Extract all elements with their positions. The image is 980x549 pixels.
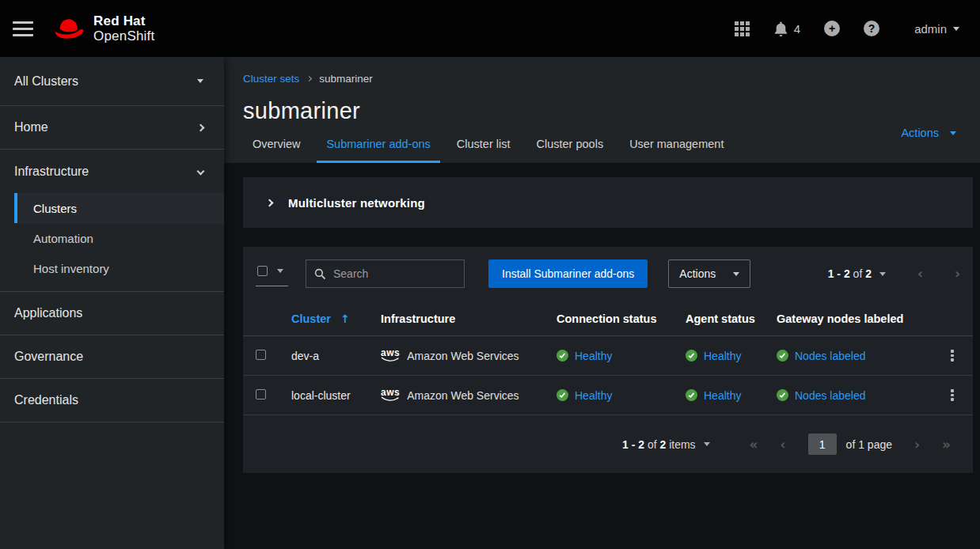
tab-cluster-list[interactable]: Cluster list: [447, 138, 520, 163]
sidebar-item-applications[interactable]: Applications: [0, 292, 224, 335]
tab-cluster-pools[interactable]: Cluster pools: [527, 138, 613, 163]
tab-submariner-add-ons[interactable]: Submariner add-ons: [317, 138, 439, 163]
help-button[interactable]: ?: [864, 21, 879, 36]
tab-overview[interactable]: Overview: [243, 138, 310, 163]
connection-status-link[interactable]: Healthy: [575, 389, 612, 402]
sidebar: All Clusters Home Infrastructure Cluster…: [0, 57, 224, 549]
check-circle-icon: [686, 389, 697, 401]
sidebar-item-infrastructure[interactable]: Infrastructure: [0, 150, 224, 193]
tab-user-management[interactable]: User management: [620, 138, 733, 163]
content-area: Multicluster networking: [224, 163, 980, 549]
user-menu-dropdown[interactable]: admin: [914, 22, 959, 36]
connection-status-link[interactable]: Healthy: [575, 350, 612, 362]
connection-status-cell: Healthy: [556, 350, 686, 362]
current-page-input[interactable]: [808, 434, 837, 455]
row-kebab-menu[interactable]: [938, 384, 967, 406]
brand-logo: Red Hat OpenShift: [52, 13, 154, 44]
check-circle-icon: [556, 350, 568, 362]
page-header: Cluster sets submariner submariner Overv…: [224, 57, 980, 163]
table-row: dev-a aws Amazon Web Services Healthy: [243, 336, 973, 376]
masthead: Red Hat OpenShift 4 + ? admin: [0, 0, 980, 57]
pagination-options-toggle[interactable]: [879, 272, 886, 276]
pagination-top: 1 - 2 of 2 ‹ ›: [828, 266, 960, 282]
install-submariner-button[interactable]: Install Submariner add-ons: [488, 259, 648, 288]
cluster-name: local-cluster: [291, 389, 381, 402]
redhat-fedora-icon: [52, 16, 85, 41]
plus-circle-icon: +: [824, 21, 840, 36]
column-header-gateway-nodes: Gateway nodes labeled: [777, 312, 932, 325]
breadcrumb-current: submariner: [319, 73, 373, 85]
column-header-cluster[interactable]: Cluster ↑: [291, 312, 381, 325]
pagination-range: 1 - 2: [828, 267, 850, 280]
bulk-select-checkbox[interactable]: [257, 266, 268, 276]
gateway-nodes-cell: Nodes labeled: [777, 389, 932, 402]
aws-icon: aws: [381, 388, 400, 402]
page-actions-dropdown[interactable]: Actions: [901, 127, 956, 139]
bulk-select-dropdown[interactable]: [256, 261, 288, 286]
main-area: Cluster sets submariner submariner Overv…: [224, 57, 980, 549]
sidebar-item-automation[interactable]: Automation: [14, 223, 224, 253]
cluster-name: dev-a: [291, 350, 381, 362]
sidebar-item-label: Home: [14, 120, 48, 134]
table-row: local-cluster aws Amazon Web Services He…: [243, 376, 973, 415]
brand-product: OpenShift: [93, 28, 154, 44]
check-circle-icon: [777, 389, 788, 401]
of-pages-label: of 1 page: [846, 438, 892, 451]
caret-down-icon: [277, 269, 283, 273]
search-input[interactable]: [333, 267, 456, 280]
breadcrumb-link-cluster-sets[interactable]: Cluster sets: [243, 73, 299, 85]
create-resource-button[interactable]: +: [824, 21, 840, 36]
tab-bar: Overview Submariner add-ons Cluster list…: [243, 138, 959, 163]
brand-name: Red Hat: [93, 13, 154, 28]
prev-page-icon[interactable]: ‹: [781, 437, 786, 452]
agent-status-link[interactable]: Healthy: [704, 350, 741, 362]
sidebar-item-host-inventory[interactable]: Host inventory: [14, 253, 224, 283]
last-page-icon[interactable]: »: [942, 437, 951, 452]
next-page-icon[interactable]: ›: [955, 266, 960, 282]
gateway-nodes-link[interactable]: Nodes labeled: [795, 350, 866, 362]
agent-status-link[interactable]: Healthy: [704, 389, 741, 402]
sidebar-item-label: Clusters: [33, 202, 77, 215]
sidebar-item-label: Governance: [14, 350, 83, 364]
agent-status-cell: Healthy: [686, 389, 777, 402]
prev-page-icon[interactable]: ‹: [917, 266, 923, 282]
sidebar-item-governance[interactable]: Governance: [0, 335, 224, 379]
gateway-nodes-link[interactable]: Nodes labeled: [795, 389, 866, 402]
next-page-icon[interactable]: ›: [914, 437, 920, 452]
notification-count: 4: [794, 22, 800, 36]
breadcrumb-separator-icon: [306, 76, 312, 81]
multicluster-networking-expandable[interactable]: Multicluster networking: [243, 177, 973, 228]
row-checkbox[interactable]: [256, 350, 266, 360]
pagination-items-word: items: [669, 438, 695, 451]
submariner-addons-table-card: Install Submariner add-ons Actions 1 - 2…: [243, 247, 973, 473]
nav-toggle-hamburger-icon[interactable]: [13, 21, 33, 36]
search-field: [306, 259, 465, 288]
notifications-button[interactable]: 4: [773, 21, 800, 36]
gateway-nodes-cell: Nodes labeled: [777, 350, 932, 362]
infrastructure-cell: aws Amazon Web Services: [381, 349, 556, 362]
page-actions-label: Actions: [901, 127, 939, 139]
row-kebab-menu[interactable]: [938, 345, 967, 366]
sidebar-item-label: Host inventory: [33, 262, 109, 275]
infrastructure-name: Amazon Web Services: [407, 389, 518, 402]
pagination-of: of: [853, 267, 863, 280]
question-circle-icon: ?: [864, 21, 879, 36]
infrastructure-cell: aws Amazon Web Services: [381, 388, 556, 402]
table-actions-dropdown[interactable]: Actions: [668, 259, 750, 288]
row-checkbox[interactable]: [256, 389, 266, 399]
first-page-icon[interactable]: «: [750, 437, 758, 452]
sidebar-item-home[interactable]: Home: [0, 106, 224, 150]
chevron-right-icon: [266, 199, 274, 206]
aws-icon: aws: [381, 349, 400, 362]
pagination-bottom: 1 - 2 of 2 items « ‹ of 1 page › »: [243, 415, 973, 473]
breadcrumb: Cluster sets submariner: [243, 73, 959, 85]
sidebar-item-credentials[interactable]: Credentials: [0, 379, 224, 422]
pagination-total: 2: [865, 267, 872, 280]
caret-down-icon: [950, 131, 956, 135]
app-launcher-button[interactable]: [735, 21, 750, 36]
user-menu-label: admin: [914, 22, 947, 36]
pagination-of: of: [648, 438, 657, 451]
sidebar-item-clusters[interactable]: Clusters: [14, 193, 224, 223]
cluster-selector-dropdown[interactable]: All Clusters: [0, 57, 224, 106]
pagination-options-toggle[interactable]: [704, 442, 710, 446]
